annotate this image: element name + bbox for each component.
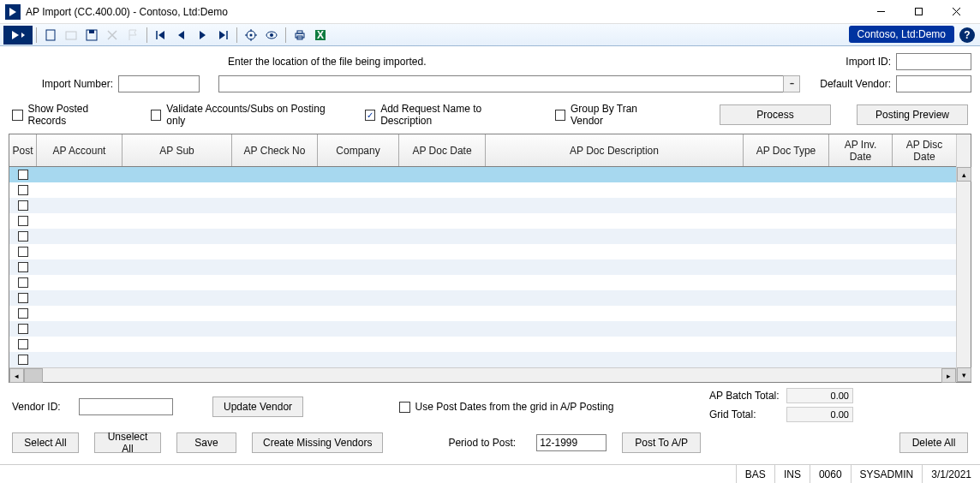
- post-checkbox[interactable]: [18, 170, 28, 180]
- svg-text:X: X: [317, 29, 324, 41]
- table-row[interactable]: [9, 275, 956, 290]
- post-checkbox[interactable]: [18, 200, 28, 211]
- process-button[interactable]: Process: [720, 104, 831, 125]
- table-row[interactable]: [9, 229, 956, 244]
- vertical-scrollbar[interactable]: ▴ ▾: [956, 134, 971, 382]
- post-checkbox[interactable]: [18, 231, 28, 242]
- ap-batch-total-label: AP Batch Total:: [709, 390, 786, 402]
- import-id-input[interactable]: [896, 53, 971, 70]
- toolbar: X Contoso, Ltd:Demo ?: [0, 24, 980, 46]
- import-number-input[interactable]: [118, 75, 200, 92]
- column-header[interactable]: AP Sub: [122, 134, 232, 166]
- help-icon[interactable]: ?: [959, 27, 975, 43]
- horizontal-scrollbar[interactable]: ◂ ▸: [9, 367, 971, 382]
- table-row[interactable]: [9, 244, 956, 259]
- post-checkbox[interactable]: [18, 293, 28, 303]
- delete-icon[interactable]: [103, 26, 122, 45]
- post-checkbox[interactable]: [18, 324, 28, 334]
- default-vendor-input[interactable]: [896, 75, 971, 92]
- table-row[interactable]: [9, 321, 956, 337]
- column-header[interactable]: AP Doc Type: [744, 134, 829, 166]
- column-header[interactable]: AP Doc Description: [486, 134, 744, 166]
- svg-rect-8: [66, 32, 76, 39]
- post-checkbox[interactable]: [18, 247, 28, 257]
- excel-icon[interactable]: X: [311, 26, 330, 45]
- unselect-all-button[interactable]: Unselect All: [94, 432, 161, 453]
- table-row[interactable]: [9, 337, 956, 352]
- vendor-id-label: Vendor ID:: [12, 401, 67, 413]
- table-row[interactable]: [9, 290, 956, 306]
- post-to-ap-button[interactable]: Post To A/P: [622, 432, 701, 453]
- run-button[interactable]: [3, 26, 33, 45]
- grid-body[interactable]: [9, 167, 971, 367]
- delete-all-button[interactable]: Delete All: [899, 432, 968, 453]
- last-icon[interactable]: [213, 26, 232, 45]
- column-header[interactable]: AP Account: [37, 134, 122, 166]
- save-button[interactable]: Save: [176, 432, 236, 453]
- posting-preview-button[interactable]: Posting Preview: [857, 104, 968, 125]
- window-title: AP Import (CC.400.00) - Contoso, Ltd:Dem…: [26, 6, 862, 18]
- print-icon[interactable]: [290, 26, 309, 45]
- period-input[interactable]: [536, 434, 607, 451]
- svg-rect-2: [915, 9, 922, 15]
- save-icon[interactable]: [82, 26, 101, 45]
- show-posted-checkbox[interactable]: Show Posted Records: [12, 103, 125, 127]
- add-request-name-checkbox[interactable]: ✓ Add Request Name to Description: [365, 103, 529, 127]
- svg-marker-16: [200, 31, 206, 39]
- table-row[interactable]: [9, 198, 956, 213]
- next-icon[interactable]: [193, 26, 212, 45]
- file-path-input[interactable]: [218, 75, 784, 92]
- scroll-left-icon[interactable]: ◂: [9, 368, 24, 383]
- use-post-dates-checkbox[interactable]: Use Post Dates from the grid in A/P Post…: [399, 401, 614, 413]
- scroll-right-icon[interactable]: ▸: [941, 368, 956, 383]
- column-header[interactable]: Company: [318, 134, 399, 166]
- post-checkbox[interactable]: [18, 308, 28, 319]
- import-id-label: Import ID:: [829, 56, 896, 68]
- open-icon[interactable]: [62, 26, 81, 45]
- minimize-button[interactable]: [862, 0, 899, 24]
- column-header[interactable]: AP Check No: [232, 134, 318, 166]
- table-row[interactable]: [9, 213, 956, 229]
- column-header[interactable]: AP Inv. Date: [829, 134, 893, 166]
- scroll-up-icon[interactable]: ▴: [957, 167, 971, 182]
- show-posted-label: Show Posted Records: [28, 103, 125, 127]
- file-browse-button[interactable]: ···: [783, 75, 800, 92]
- post-checkbox[interactable]: [18, 262, 28, 272]
- validate-accounts-checkbox[interactable]: Validate Accounts/Subs on Posting only: [151, 103, 339, 127]
- table-row[interactable]: [9, 167, 956, 182]
- column-header[interactable]: Post: [9, 134, 37, 166]
- post-checkbox[interactable]: [18, 277, 28, 288]
- grid-total-value: 0.00: [786, 407, 853, 422]
- svg-rect-10: [89, 30, 94, 33]
- close-button[interactable]: [937, 0, 975, 24]
- post-checkbox[interactable]: [18, 339, 28, 349]
- app-icon: [5, 4, 21, 20]
- data-grid[interactable]: Post AP Account AP Sub AP Check No Compa…: [9, 134, 971, 383]
- create-missing-vendors-button[interactable]: Create Missing Vendors: [252, 432, 383, 453]
- org-badge[interactable]: Contoso, Ltd:Demo: [849, 26, 954, 43]
- scroll-down-icon[interactable]: ▾: [957, 367, 971, 382]
- prev-icon[interactable]: [172, 26, 191, 45]
- vendor-id-input[interactable]: [79, 398, 173, 415]
- first-icon[interactable]: [152, 26, 170, 45]
- group-by-vendor-checkbox[interactable]: Group By Tran Vendor: [555, 103, 669, 127]
- column-header[interactable]: AP Disc Date: [893, 134, 956, 166]
- table-row[interactable]: [9, 306, 956, 321]
- new-icon[interactable]: [41, 26, 60, 45]
- target-icon[interactable]: [242, 26, 260, 45]
- post-checkbox[interactable]: [18, 355, 28, 365]
- window-controls: [862, 0, 975, 24]
- svg-point-20: [250, 33, 253, 36]
- title-bar: AP Import (CC.400.00) - Contoso, Ltd:Dem…: [0, 0, 980, 24]
- eye-icon[interactable]: [262, 26, 281, 45]
- table-row[interactable]: [9, 352, 956, 367]
- column-header[interactable]: AP Doc Date: [399, 134, 486, 166]
- table-row[interactable]: [9, 259, 956, 275]
- select-all-button[interactable]: Select All: [12, 432, 79, 453]
- table-row[interactable]: [9, 182, 956, 198]
- post-checkbox[interactable]: [18, 216, 28, 226]
- maximize-button[interactable]: [899, 0, 937, 24]
- update-vendor-button[interactable]: Update Vendor: [212, 397, 303, 417]
- flag-icon[interactable]: [123, 26, 142, 45]
- post-checkbox[interactable]: [18, 185, 28, 195]
